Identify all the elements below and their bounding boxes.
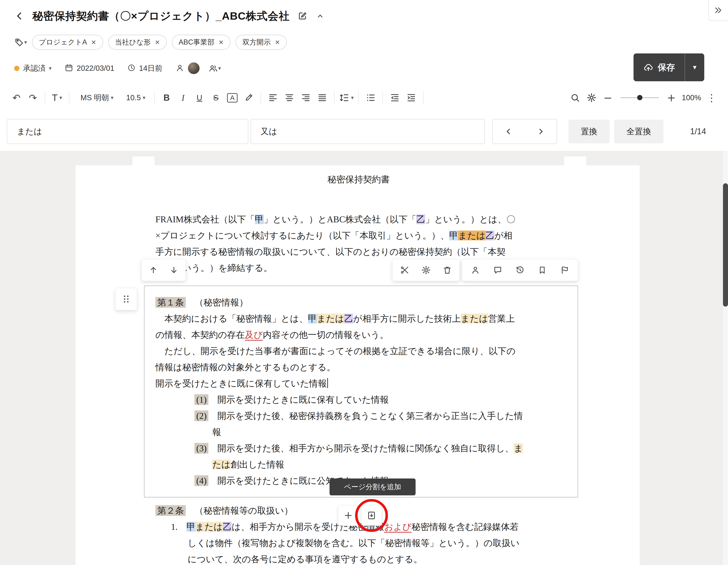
doc-line[interactable]: FRAIM株式会社（以下「甲」という。）とABC株式会社（以下「乙」という。）と…	[155, 211, 562, 227]
zoom-slider[interactable]	[620, 97, 659, 98]
undo-button[interactable]: ↶	[8, 89, 25, 106]
save-button[interactable]: 保存	[634, 53, 685, 81]
doc-line[interactable]: (1) 開示を受けたときに既に保有していた情報	[155, 392, 562, 408]
overflow-menu-button[interactable]: ⋮	[703, 89, 720, 106]
highlight-pen-button[interactable]	[241, 89, 257, 106]
selected-article-block[interactable]: 第１条 （秘密情報） 本契約における「秘密情報」とは、甲または乙が相手方に開示し…	[144, 286, 578, 497]
doc-line[interactable]: (3) 開示を受けた後、相手方から開示を受けた情報に関係なく独自に取得し、ま	[155, 440, 562, 456]
tag-pill[interactable]: 双方開示 ✕	[236, 35, 287, 50]
zoom-out-button[interactable]: −	[600, 89, 616, 106]
redo-icon: ↷	[29, 92, 37, 103]
tag-pill[interactable]: プロジェクトA ✕	[32, 35, 103, 50]
history-button[interactable]	[511, 261, 529, 279]
tag-pill[interactable]: ABC事業部 ✕	[172, 35, 230, 50]
remove-tag-icon[interactable]: ✕	[91, 39, 96, 46]
cut-button[interactable]	[395, 261, 414, 279]
doc-line[interactable]: 第１条 （秘密情報）	[155, 294, 562, 311]
document-title[interactable]: 秘密保持契約書	[155, 171, 562, 187]
doc-line[interactable]: 報	[155, 424, 562, 440]
block-drag-handle[interactable]	[115, 288, 137, 310]
doc-line[interactable]: 情報は秘密情報の対象外とするものとする。	[155, 359, 562, 375]
replace-all-button[interactable]: 全置換	[614, 120, 663, 143]
font-size-select[interactable]: 10.5 ▾	[121, 89, 151, 106]
zoom-slider-knob[interactable]	[637, 95, 642, 100]
indent-button[interactable]	[403, 89, 419, 106]
search-icon	[570, 93, 580, 103]
comment-button[interactable]	[489, 261, 507, 279]
panel-expand-button[interactable]	[708, 0, 728, 21]
rename-button[interactable]	[297, 11, 308, 21]
flag-button[interactable]	[555, 261, 574, 279]
tag-label: ABC事業部	[179, 37, 215, 47]
comment-icon	[493, 265, 503, 275]
chevron-down-icon: ▾	[24, 39, 27, 45]
approval-status-select[interactable]: 承認済 ▾	[23, 63, 52, 73]
text-style-select[interactable]: T ▾	[49, 89, 65, 106]
char-border-button[interactable]: A	[224, 89, 241, 106]
align-justify-button[interactable]	[314, 89, 330, 106]
align-right-button[interactable]	[298, 89, 314, 106]
save-options-button[interactable]: ▼	[685, 53, 704, 81]
replace-input[interactable]	[251, 119, 485, 144]
underline-button[interactable]: U	[191, 89, 208, 106]
avatar[interactable]	[188, 62, 200, 74]
move-down-button[interactable]	[165, 261, 183, 279]
add-block-button[interactable]	[338, 505, 359, 526]
italic-button[interactable]: I	[175, 89, 191, 106]
doc-line[interactable]: について、次の各号に定める事項を遵守するものとする。	[155, 551, 562, 565]
doc-text-segment: 開示を受けた後、相手方から開示を受けた情報に関係なく独自に取得し、	[208, 443, 514, 453]
outdent-button[interactable]	[387, 89, 403, 106]
search-button[interactable]	[567, 89, 583, 106]
replace-button[interactable]: 置換	[568, 120, 610, 143]
doc-text-segment: または	[461, 314, 488, 324]
doc-line[interactable]: (2) 開示を受けた後、秘密保持義務を負うことなく第三者から正当に入手した情	[155, 408, 562, 424]
collapse-header-button[interactable]	[316, 11, 325, 21]
assignee-button[interactable]	[466, 261, 484, 279]
page-split-icon	[367, 510, 377, 521]
next-match-button[interactable]	[525, 119, 557, 144]
bold-button[interactable]: B	[158, 89, 175, 106]
remove-tag-icon[interactable]: ✕	[275, 39, 280, 46]
find-input[interactable]	[7, 119, 248, 144]
doc-line[interactable]: ×プロジェクトについて検討するにあたり（以下「本取引」という。）、甲または乙が相	[155, 227, 562, 243]
align-center-button[interactable]	[281, 89, 298, 106]
bullet-list-button[interactable]	[362, 89, 379, 106]
doc-line[interactable]: 開示を受けたときに既に保有していた情報	[155, 375, 562, 392]
line-spacing-select[interactable]: ▾	[338, 89, 355, 106]
tag-pill[interactable]: 当社ひな形 ✕	[108, 35, 167, 50]
doc-line[interactable]: 1. 甲または乙は、相手方から開示を受けた秘密情報および秘密情報を含む記録媒体若	[155, 519, 562, 535]
redo-button[interactable]: ↷	[25, 89, 41, 106]
tag-label: 当社ひな形	[115, 37, 151, 47]
doc-line[interactable]: たは創出した情報	[155, 456, 562, 473]
document-date: 2022/03/01	[77, 64, 114, 73]
block-edit-toolbar	[392, 259, 460, 281]
doc-line[interactable]: 第２条 （秘密情報等の取扱い）	[155, 502, 562, 519]
remove-tag-icon[interactable]: ✕	[155, 39, 160, 46]
clock-icon	[127, 63, 136, 73]
tag-menu-button[interactable]: ▾	[14, 37, 27, 47]
delete-block-button[interactable]	[438, 261, 456, 279]
remove-tag-icon[interactable]: ✕	[219, 39, 224, 46]
doc-line[interactable]: の情報、本契約の存在及び内容その他一切の情報をいう。	[155, 327, 562, 343]
document-page[interactable]: 秘密保持契約書 FRAIM株式会社（以下「甲」という。）とABC株式会社（以下「…	[76, 165, 640, 565]
bookmark-button[interactable]	[533, 261, 551, 279]
doc-line[interactable]: ただし、開示を受けた当事者が書面によってその根拠を立証できる場合に限り、以下の	[155, 343, 562, 359]
block-settings-button[interactable]	[417, 261, 435, 279]
previous-match-button[interactable]	[493, 119, 525, 144]
add-page-split-button[interactable]	[361, 505, 382, 526]
zoom-in-button[interactable]: +	[663, 89, 680, 106]
settings-button[interactable]	[583, 89, 600, 106]
members-menu-button[interactable]: ▾	[208, 63, 221, 73]
move-up-button[interactable]	[144, 261, 162, 279]
strikethrough-button[interactable]: S	[208, 89, 224, 106]
scrollbar-thumb[interactable]	[723, 183, 728, 307]
article2-block[interactable]: 第２条 （秘密情報等の取扱い）1. 甲または乙は、相手方から開示を受けた秘密情報…	[155, 502, 562, 565]
arrow-up-icon	[149, 265, 158, 275]
doc-line[interactable]: 本契約における「秘密情報」とは、甲または乙が相手方に開示した技術上または営業上	[155, 311, 562, 327]
doc-line[interactable]: 手方に開示する秘密情報の取扱いについて、以下のとおりの秘密保持契約（以下「本契	[155, 243, 562, 260]
back-button[interactable]	[14, 11, 25, 21]
vertical-scrollbar[interactable]	[723, 151, 728, 565]
align-left-button[interactable]	[265, 89, 281, 106]
font-family-select[interactable]: MS 明朝 ▾	[73, 89, 121, 106]
doc-line[interactable]: しくは物件（複写物および複製物を含む。以下「秘密情報等」という。）の取扱い	[155, 535, 562, 551]
